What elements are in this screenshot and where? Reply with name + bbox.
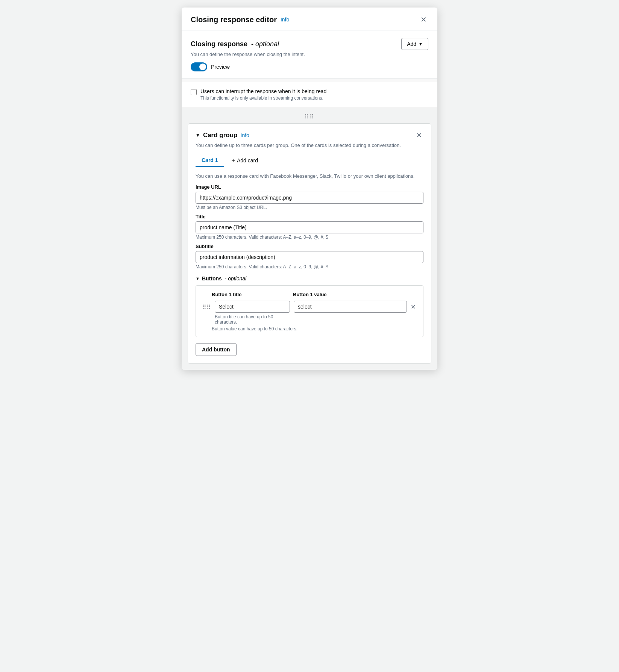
modal-body: Closing response - optional Add ▼ You ca… — [182, 30, 437, 370]
image-url-label: Image URL — [196, 184, 423, 190]
section-description: You can define the response when closing… — [191, 51, 428, 57]
button-row-inputs: ⠿⠿ Button title can have up to 50 charac… — [202, 301, 417, 325]
add-dropdown-button[interactable]: Add ▼ — [401, 38, 428, 50]
add-card-button[interactable]: + Add card — [226, 154, 264, 167]
button-title-hint: Button title can have up to 50 character… — [215, 314, 290, 325]
buttons-section: ▼ Buttons - optional Button 1 title — [196, 275, 423, 356]
modal-header-left: Closing response editor Info — [191, 15, 289, 24]
plus-icon: + — [232, 157, 235, 164]
card-tabs: Card 1 + Add card — [196, 154, 423, 167]
modal-header: Closing response editor Info ✕ — [182, 8, 437, 30]
button-title-wrap: Button title can have up to 50 character… — [215, 301, 290, 325]
card-group: ▼ Card group Info ✕ You can define up to… — [188, 123, 431, 364]
card-group-close-button[interactable]: ✕ — [415, 130, 423, 140]
buttons-title: Buttons - optional — [202, 275, 246, 282]
tab-card-1[interactable]: Card 1 — [196, 154, 224, 167]
button-value-wrap: ✕ — [294, 301, 417, 313]
interrupt-note: This functionality is only available in … — [200, 95, 326, 101]
card-content: You can use a response card with Faceboo… — [196, 173, 423, 356]
closing-response-section: Closing response - optional Add ▼ You ca… — [182, 30, 437, 79]
interrupt-row: Users can interrupt the response when it… — [191, 88, 428, 101]
add-button-button[interactable]: Add button — [196, 343, 237, 356]
section-title-row: Closing response - optional Add ▼ — [191, 38, 428, 50]
button-value-col-header: Button 1 value — [293, 292, 327, 297]
interrupt-checkbox[interactable] — [191, 89, 197, 95]
modal-close-button[interactable]: ✕ — [419, 14, 428, 25]
chevron-down-icon: ▼ — [419, 42, 423, 46]
card-group-header: ▼ Card group Info ✕ — [196, 130, 423, 140]
interrupt-text: Users can interrupt the response when it… — [200, 88, 326, 101]
drag-dots-icon[interactable]: ⠿⠿ — [304, 113, 315, 120]
card-group-title-row: ▼ Card group Info — [196, 132, 249, 139]
drag-handle-icon[interactable]: ⠿⠿ — [202, 304, 211, 311]
button-clear-button[interactable]: ✕ — [409, 302, 417, 312]
button-title-col-header: Button 1 title — [212, 292, 241, 297]
card-group-info-link[interactable]: Info — [241, 132, 249, 138]
subtitle-label: Subtitle — [196, 244, 423, 249]
section-title: Closing response - optional — [191, 40, 279, 48]
card-group-description: You can define up to three cards per gro… — [196, 142, 423, 148]
modal-info-link[interactable]: Info — [281, 17, 289, 23]
title-label: Title — [196, 214, 423, 219]
subtitle-note: Maximum 250 characters. Valid characters… — [196, 264, 423, 269]
card-group-arrow-icon: ▼ — [196, 133, 200, 138]
card-group-title: Card group — [203, 132, 238, 139]
toggle-slider — [191, 62, 207, 71]
title-note: Maximum 250 characters. Valid characters… — [196, 235, 423, 240]
interrupt-label: Users can interrupt the response when it… — [200, 88, 326, 94]
subtitle-input[interactable] — [196, 251, 423, 263]
preview-row: Preview — [191, 62, 428, 71]
preview-toggle[interactable] — [191, 62, 207, 71]
interrupt-section: Users can interrupt the response when it… — [182, 82, 437, 107]
closing-response-editor-modal: Closing response editor Info ✕ Closing r… — [182, 8, 437, 370]
card-content-description: You can use a response card with Faceboo… — [196, 173, 423, 179]
button-row-1: Button 1 title Button 1 value ⠿⠿ — [196, 285, 423, 337]
buttons-title-row: ▼ Buttons - optional — [196, 275, 423, 282]
drag-handle-top: ⠿⠿ — [188, 113, 431, 120]
buttons-arrow-icon: ▼ — [196, 276, 200, 281]
modal-title: Closing response editor — [191, 15, 277, 24]
image-url-note: Must be an Amazon S3 object URL. — [196, 205, 423, 210]
button-value-hint: Button value can have up to 50 character… — [212, 326, 417, 331]
card-group-outer: ⠿⠿ ▼ Card group Info ✕ You can define up… — [182, 107, 437, 370]
button-title-input[interactable] — [215, 301, 290, 313]
title-input[interactable] — [196, 221, 423, 233]
image-url-input[interactable] — [196, 192, 423, 204]
button-row-headers: Button 1 title Button 1 value — [202, 291, 417, 298]
preview-label: Preview — [211, 64, 230, 70]
button-value-input[interactable] — [294, 301, 407, 313]
